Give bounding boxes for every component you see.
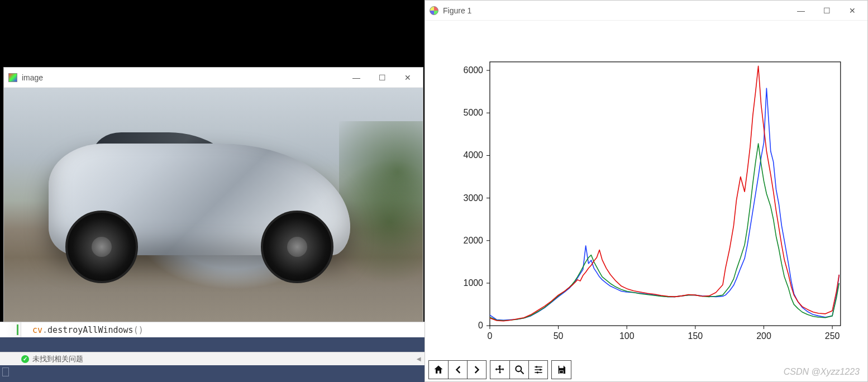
plot-canvas[interactable]: 0100020003000400050006000050100150200250 xyxy=(436,28,856,354)
maximize-button[interactable]: ☐ xyxy=(369,69,395,87)
histogram-chart: 0100020003000400050006000050100150200250 xyxy=(436,28,856,354)
svg-point-30 xyxy=(539,369,541,370)
svg-text:4000: 4000 xyxy=(464,150,484,160)
ide-statusbar xyxy=(0,365,425,382)
maximize-button[interactable]: ☐ xyxy=(814,2,840,20)
svg-text:5000: 5000 xyxy=(464,108,484,117)
figure-window-title: Figure 1 xyxy=(443,6,788,15)
arrow-right-icon xyxy=(471,364,483,375)
close-button[interactable]: ✕ xyxy=(395,69,421,87)
displayed-image xyxy=(4,88,423,323)
problems-panel[interactable]: ✓ 未找到相关问题 ◄ xyxy=(0,352,425,365)
svg-text:50: 50 xyxy=(554,331,564,341)
minimize-button[interactable]: — xyxy=(788,2,814,20)
svg-text:2000: 2000 xyxy=(464,236,484,245)
code-editor-line[interactable]: cv.destroyAllWindows() xyxy=(0,322,425,337)
sliders-icon xyxy=(533,364,544,375)
code-text: cv.destroyAllWindows() xyxy=(32,325,144,335)
figure-window-titlebar[interactable]: Figure 1 — ☐ ✕ xyxy=(425,1,867,21)
svg-text:6000: 6000 xyxy=(464,65,484,75)
matplotlib-icon xyxy=(430,6,438,15)
svg-text:0: 0 xyxy=(488,331,493,341)
svg-text:0: 0 xyxy=(478,321,483,330)
svg-text:3000: 3000 xyxy=(464,193,484,203)
image-window-titlebar[interactable]: image — ☐ ✕ xyxy=(4,68,423,88)
image-window: image — ☐ ✕ xyxy=(3,67,423,324)
pan-button[interactable] xyxy=(490,361,509,379)
close-button[interactable]: ✕ xyxy=(840,2,865,20)
arrow-left-icon xyxy=(452,364,464,375)
home-icon xyxy=(433,364,444,375)
svg-text:200: 200 xyxy=(756,331,771,341)
problems-text: 未找到相关问题 xyxy=(32,354,83,364)
svg-text:150: 150 xyxy=(688,331,703,341)
svg-text:1000: 1000 xyxy=(464,278,484,288)
opencv-icon xyxy=(8,73,17,82)
check-icon: ✓ xyxy=(21,355,29,363)
home-button[interactable] xyxy=(429,361,448,379)
image-window-title: image xyxy=(22,73,344,82)
svg-text:250: 250 xyxy=(825,331,840,341)
save-icon xyxy=(556,364,567,375)
zoom-icon xyxy=(514,364,525,375)
svg-line-28 xyxy=(521,371,523,374)
collapse-arrow-icon[interactable]: ◄ xyxy=(415,355,422,363)
svg-point-27 xyxy=(516,366,521,371)
save-button[interactable] xyxy=(552,361,571,379)
back-button[interactable] xyxy=(448,361,467,379)
svg-point-29 xyxy=(536,366,537,367)
minimize-button[interactable]: — xyxy=(344,69,369,87)
forward-button[interactable] xyxy=(467,361,486,379)
move-icon xyxy=(494,364,505,375)
zoom-button[interactable] xyxy=(509,361,528,379)
svg-text:100: 100 xyxy=(619,331,635,341)
configure-button[interactable] xyxy=(528,361,547,379)
svg-point-31 xyxy=(536,371,538,373)
watermark-text: CSDN @Xyzz1223 xyxy=(784,367,860,377)
figure-window: Figure 1 — ☐ ✕ 0100020003000400050006000… xyxy=(425,0,868,382)
matplotlib-toolbar xyxy=(428,360,571,379)
editor-gutter xyxy=(6,322,21,337)
